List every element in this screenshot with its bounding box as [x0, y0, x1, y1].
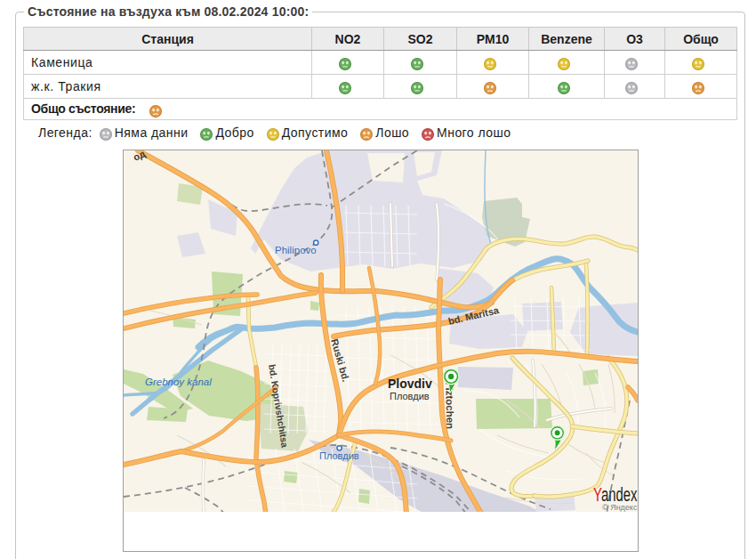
svg-text:Пловдив: Пловдив	[319, 450, 359, 461]
svg-text:Philipovo: Philipovo	[275, 245, 317, 255]
svg-text:Plovdiv: Plovdiv	[388, 377, 432, 391]
svg-text:Пловдив: Пловдив	[390, 391, 430, 401]
svg-text:© Яндекс: © Яндекс	[602, 503, 638, 512]
svg-text:Grebnoy kanal: Grebnoy kanal	[145, 377, 212, 387]
